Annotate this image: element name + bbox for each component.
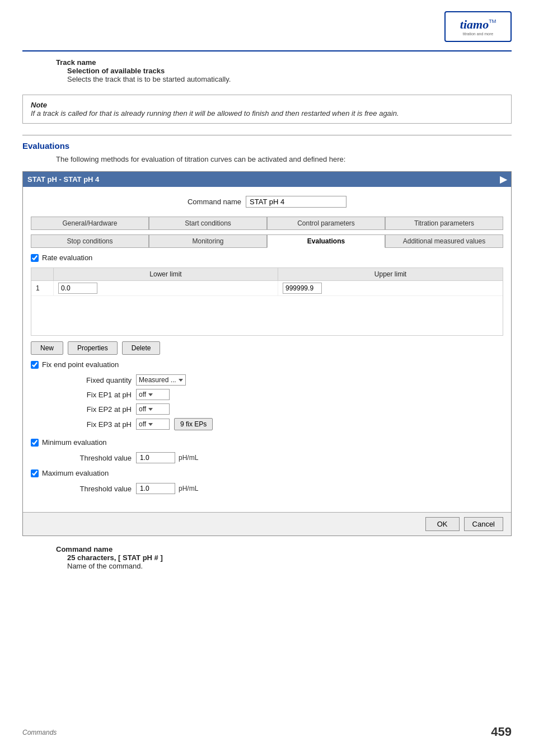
fix-eps-button[interactable]: 9 fix EPs	[174, 418, 213, 430]
fix-ep2-row: Fix EP2 at pH off	[31, 403, 503, 415]
fix-ep1-value: off	[139, 391, 146, 398]
limits-table-header: Lower limit Upper limit	[31, 268, 503, 281]
footer-subtitle-text: 25 characters, [ STAT pH # ]	[67, 553, 163, 562]
col-lower-header: Lower limit	[54, 268, 278, 280]
upper-limit-input[interactable]	[283, 283, 322, 294]
maximum-evaluation-label: Maximum evaluation	[42, 469, 109, 477]
min-threshold-input[interactable]	[136, 452, 175, 463]
panel-title-text: STAT pH - STAT pH 4	[27, 175, 99, 184]
lower-limit-input[interactable]	[58, 283, 97, 294]
logo-subtitle: titration and more	[460, 32, 496, 36]
row-lower[interactable]	[54, 281, 278, 295]
footer-desc: Name of the command.	[67, 562, 512, 570]
page-footer-label: Commands	[22, 729, 57, 736]
logo-tm: TM	[489, 18, 496, 24]
fix-ep1-label: Fix EP1 at pH	[42, 391, 132, 399]
footer-section: Command name 25 characters, [ STAT pH # …	[56, 545, 512, 570]
note-box: Note If a track is called for that is al…	[22, 95, 512, 124]
action-buttons-row: New Properties Delete	[31, 341, 503, 355]
empty-rows	[31, 296, 503, 335]
rate-evaluation-row: Rate evaluation	[31, 253, 503, 262]
fixed-quantity-row: Fixed quantity Measured ...	[31, 374, 503, 386]
max-threshold-row: Threshold value pH/mL	[31, 483, 503, 494]
maximum-evaluation-checkbox[interactable]	[31, 469, 39, 477]
section-divider	[22, 135, 512, 135]
fix-ep2-label: Fix EP2 at pH	[42, 405, 132, 414]
panel-arrow-icon[interactable]: ▶	[500, 174, 507, 185]
fix-ep3-row: Fix EP3 at pH off 9 fix EPs	[31, 418, 503, 430]
command-name-input[interactable]	[246, 196, 346, 208]
main-panel: STAT pH - STAT pH 4 ▶ Command name Gener…	[22, 171, 512, 536]
row-upper[interactable]	[278, 281, 503, 295]
measured-text: Measured ...	[139, 376, 176, 384]
max-threshold-label: Threshold value	[42, 485, 132, 493]
ok-button[interactable]: OK	[425, 517, 460, 531]
fix-end-point-row: Fix end point evaluation	[31, 360, 503, 369]
measured-dropdown-arrow-icon	[179, 379, 183, 382]
track-name-subtitle: Selection of available tracks	[67, 67, 512, 75]
col-upper-header: Upper limit	[278, 268, 503, 280]
panel-body: Command name General/Hardware Start cond…	[23, 187, 511, 512]
minimum-evaluation-row: Minimum evaluation	[31, 438, 503, 447]
fix-end-point-label: Fix end point evaluation	[42, 360, 119, 369]
row-num: 1	[31, 281, 54, 295]
command-name-row: Command name	[31, 192, 503, 211]
footer-title: Command name	[56, 545, 512, 553]
min-threshold-unit: pH/mL	[179, 454, 198, 462]
logo-text: tiamo	[460, 17, 489, 32]
tab-general-hardware[interactable]: General/Hardware	[31, 217, 149, 229]
panel-titlebar: STAT pH - STAT pH 4 ▶	[23, 172, 511, 187]
fix-ep3-arrow-icon	[148, 423, 153, 426]
delete-button[interactable]: Delete	[122, 341, 161, 355]
min-threshold-label: Threshold value	[42, 454, 132, 462]
col-num-header	[31, 268, 54, 280]
max-threshold-unit: pH/mL	[179, 485, 198, 492]
maximum-evaluation-row: Maximum evaluation	[31, 469, 503, 477]
command-name-label: Command name	[188, 198, 241, 206]
track-section: Track name Selection of available tracks…	[56, 58, 512, 83]
tab-monitoring[interactable]: Monitoring	[149, 234, 267, 247]
fixed-quantity-label: Fixed quantity	[42, 376, 132, 384]
evaluations-header: Evaluations	[22, 141, 512, 151]
track-name-desc: Selects the track that is to be started …	[67, 75, 512, 83]
fix-ep2-value: off	[139, 405, 146, 413]
top-divider	[22, 50, 512, 51]
rate-evaluation-checkbox[interactable]	[31, 254, 39, 262]
fix-ep1-arrow-icon	[148, 393, 153, 396]
rate-evaluation-label: Rate evaluation	[42, 253, 92, 262]
tab-stop-conditions[interactable]: Stop conditions	[31, 234, 149, 247]
new-button[interactable]: New	[31, 341, 63, 355]
bottom-bar: OK Cancel	[23, 512, 511, 536]
tab-additional-measured[interactable]: Additional measured values	[385, 234, 503, 247]
min-threshold-row: Threshold value pH/mL	[31, 452, 503, 463]
tab-control-parameters[interactable]: Control parameters	[267, 217, 385, 229]
logo-box: tiamo TM titration and more	[444, 11, 512, 42]
max-threshold-input[interactable]	[136, 483, 175, 494]
fix-ep1-select[interactable]: off	[136, 389, 170, 400]
table-row: 1	[31, 281, 503, 296]
minimum-evaluation-label: Minimum evaluation	[42, 438, 107, 447]
fix-ep2-arrow-icon	[148, 408, 153, 411]
track-name-title: Track name	[56, 58, 512, 67]
properties-button[interactable]: Properties	[68, 341, 118, 355]
page-number: 459	[491, 725, 512, 739]
fix-ep3-label: Fix EP3 at pH	[42, 420, 132, 429]
evaluations-desc: The following methods for evaluation of …	[56, 155, 512, 163]
cancel-button[interactable]: Cancel	[464, 517, 503, 531]
tab-titration-parameters[interactable]: Titration parameters	[385, 217, 503, 229]
fix-ep3-select[interactable]: off	[136, 419, 170, 430]
minimum-evaluation-checkbox[interactable]	[31, 439, 39, 447]
tabs-row-1: General/Hardware Start conditions Contro…	[31, 217, 503, 230]
fix-ep1-row: Fix EP1 at pH off	[31, 389, 503, 400]
tab-start-conditions[interactable]: Start conditions	[149, 217, 267, 229]
fix-end-point-checkbox[interactable]	[31, 361, 39, 369]
tabs-row-2: Stop conditions Monitoring Evaluations A…	[31, 234, 503, 248]
note-title: Note	[31, 101, 503, 109]
note-text: If a track is called for that is already…	[31, 109, 503, 118]
logo-area: tiamo TM titration and more	[444, 11, 512, 42]
fix-ep2-select[interactable]: off	[136, 403, 170, 415]
footer-subtitle: 25 characters, [ STAT pH # ]	[67, 553, 512, 562]
tab-evaluations[interactable]: Evaluations	[267, 234, 385, 248]
measured-dropdown[interactable]: Measured ...	[136, 374, 186, 386]
fix-ep3-value: off	[139, 420, 146, 428]
